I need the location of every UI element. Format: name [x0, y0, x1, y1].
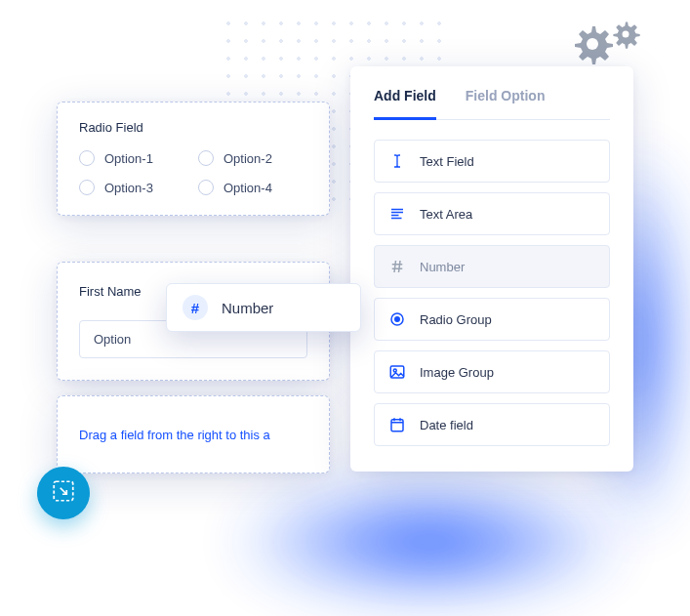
panel-tabs: Add Field Field Option: [374, 88, 610, 120]
radio-option[interactable]: Option-1: [79, 150, 188, 166]
radio-field-card[interactable]: Radio Field Option-1 Option-2 Option-3 O…: [57, 102, 330, 216]
radio-option-label: Option-2: [223, 151, 272, 166]
field-type-text-field[interactable]: Text Field: [374, 140, 610, 183]
radio-option[interactable]: Option-3: [79, 180, 188, 195]
radio-option-label: Option-4: [223, 181, 272, 195]
radio-field-title: Radio Field: [79, 120, 307, 135]
resize-fab-button[interactable]: [37, 467, 90, 519]
radio-option[interactable]: Option-2: [198, 150, 307, 166]
radio-circle-icon: [198, 180, 214, 195]
dropzone[interactable]: Drag a field from the right to this a: [57, 395, 330, 473]
tab-add-field[interactable]: Add Field: [374, 88, 436, 120]
radio-circle-icon: [79, 180, 95, 195]
radio-option-label: Option-3: [104, 181, 153, 195]
text-cursor-icon: [388, 152, 406, 170]
radio-circle-icon: [198, 150, 214, 166]
field-type-image-group[interactable]: Image Group: [374, 350, 610, 393]
hash-icon: [388, 258, 406, 275]
dropzone-text: Drag a field from the right to this a: [79, 428, 270, 442]
calendar-icon: [388, 416, 406, 433]
field-type-label: Date field: [420, 418, 473, 432]
field-type-date-field[interactable]: Date field: [374, 403, 610, 446]
dragging-field-chip[interactable]: # Number: [166, 283, 361, 332]
radio-option[interactable]: Option-4: [198, 180, 307, 195]
svg-point-7: [393, 369, 396, 372]
field-type-list: Text Field Text Area Number: [374, 140, 610, 446]
svg-rect-8: [391, 420, 403, 431]
radio-icon: [388, 310, 406, 328]
radio-option-label: Option-1: [104, 151, 153, 166]
tab-field-option[interactable]: Field Option: [466, 88, 546, 120]
radio-circle-icon: [79, 150, 95, 166]
image-icon: [388, 363, 406, 381]
radio-options: Option-1 Option-2 Option-3 Option-4: [79, 150, 307, 195]
field-type-label: Image Group: [420, 365, 494, 380]
gears-icon: [573, 20, 651, 68]
hash-icon: #: [183, 295, 208, 320]
field-type-label: Radio Group: [420, 312, 492, 327]
dragging-field-label: Number: [222, 300, 273, 316]
field-type-label: Text Field: [420, 154, 474, 169]
field-type-label: Text Area: [420, 207, 472, 222]
field-type-label: Number: [420, 260, 465, 274]
resize-icon: [51, 478, 76, 508]
decorative-glow: [224, 478, 634, 605]
add-field-panel: Add Field Field Option Text Field Text A…: [350, 66, 633, 472]
field-type-number[interactable]: Number: [374, 245, 610, 288]
text-lines-icon: [388, 205, 406, 223]
field-type-radio-group[interactable]: Radio Group: [374, 298, 610, 341]
svg-point-2: [623, 31, 629, 38]
svg-point-1: [587, 38, 598, 50]
field-type-text-area[interactable]: Text Area: [374, 192, 610, 235]
svg-point-5: [395, 317, 400, 322]
